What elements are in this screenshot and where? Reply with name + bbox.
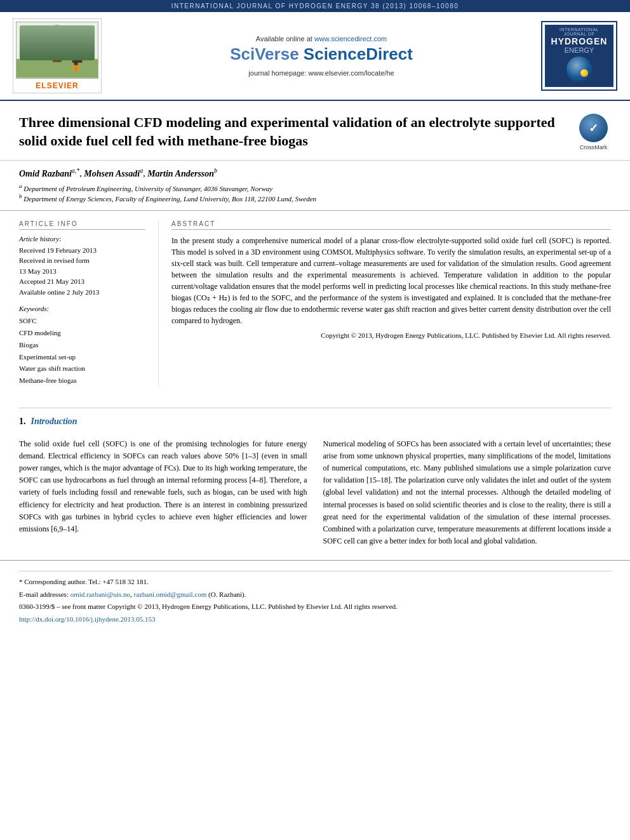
hydrogen-energy-logo: International Journal of HYDROGEN ENERGY — [541, 21, 617, 91]
razbani-sup: a,* — [72, 167, 80, 174]
svg-point-3 — [39, 25, 74, 53]
footnote-section: * Corresponding author. Tel.: +47 518 32… — [0, 560, 630, 631]
svg-point-6 — [73, 53, 79, 59]
revised-label: Received in revised form — [19, 255, 145, 266]
journal-header: ELSEVIER Available online at www.science… — [0, 12, 630, 101]
article-info-column: Article Info Article history: Received 1… — [19, 220, 159, 387]
article-title-section: Three dimensional CFD modeling and exper… — [0, 101, 630, 161]
abstract-column: Abstract In the present study a comprehe… — [159, 220, 611, 387]
hydrogen-circle-graphic — [566, 57, 592, 82]
available-online-date: Available online 2 July 2013 — [19, 287, 145, 298]
article-title-text: Three dimensional CFD modeling and exper… — [19, 114, 566, 150]
hydrogen-intl-label: International Journal of — [547, 27, 611, 36]
hydrogen-logo-inner: International Journal of HYDROGEN ENERGY — [545, 25, 613, 87]
article-title: Three dimensional CFD modeling and exper… — [19, 114, 566, 150]
keyword-2: CFD modeling — [19, 327, 145, 339]
keyword-3: Biogas — [19, 339, 145, 351]
email-2[interactable]: razbani.omid@gmail.com — [134, 590, 207, 598]
affil-a-text: Department of Petroleum Engineering, Uni… — [23, 184, 272, 192]
crossmark-section: ✓ CrossMark — [576, 114, 611, 150]
elsevier-brand-name: ELSEVIER — [16, 81, 98, 90]
elsevier-artwork — [17, 22, 98, 78]
doi-link[interactable]: http://dx.doi.org/10.1016/j.ijhydene.201… — [19, 615, 156, 623]
elsevier-image — [16, 22, 98, 79]
andersson-sup: b — [214, 167, 217, 174]
hydrogen-logo-box: International Journal of HYDROGEN ENERGY — [541, 21, 617, 91]
elsevier-logo-section: ELSEVIER — [13, 18, 102, 93]
keyword-4: Experimental set-up — [19, 351, 145, 363]
keyword-6: Methane-free biogas — [19, 375, 145, 387]
author-razbani: Omid Razbani — [19, 169, 72, 178]
email-1[interactable]: omid.razbani@uis.no — [70, 590, 130, 598]
email-label: E-mail addresses: — [19, 590, 69, 598]
main-content: 1. Introduction The solid oxide fuel cel… — [0, 396, 630, 561]
accepted-date: Accepted 21 May 2013 — [19, 276, 145, 287]
content-columns: The solid oxide fuel cell (SOFC) is one … — [19, 438, 611, 548]
issn-line: 0360-3199/$ – see front matter Copyright… — [19, 601, 611, 612]
sciverse-logo-text: SciVerse ScienceDirect — [114, 44, 528, 64]
journal-header-bar: International Journal of Hydrogen Energy… — [0, 0, 630, 12]
affiliations: a Department of Petroleum Engineering, U… — [19, 183, 611, 203]
article-history-label: Article history: — [19, 235, 145, 243]
affil-b-text: Department of Energy Sciences, Faculty o… — [23, 195, 316, 203]
keyword-1: SOFC — [19, 315, 145, 327]
article-content-grid: Article Info Article history: Received 1… — [0, 210, 630, 396]
footnote-divider — [19, 571, 611, 571]
issn-text: 0360-3199/$ – see front matter Copyright… — [19, 603, 398, 610]
author-andersson: Martin Andersson — [147, 169, 214, 178]
crossmark-checkmark: ✓ — [589, 121, 598, 135]
copyright-text: Copyright © 2013, Hydrogen Energy Public… — [171, 331, 611, 339]
corresponding-author: * Corresponding author. Tel.: +47 518 32… — [19, 577, 611, 587]
svg-rect-2 — [53, 43, 62, 62]
abstract-header: Abstract — [171, 220, 611, 230]
affil-a-sup: a — [19, 183, 22, 189]
svg-rect-8 — [72, 60, 83, 63]
sciencedirect-link[interactable]: www.sciencedirect.com — [314, 35, 387, 43]
hydrogen-name-label: HYDROGEN — [547, 36, 611, 46]
intro-left-column: The solid oxide fuel cell (SOFC) is one … — [19, 438, 307, 548]
affil-b-sup: b — [19, 193, 22, 199]
svg-point-4 — [37, 34, 59, 53]
content-divider — [19, 408, 611, 408]
keywords-label: Keywords: — [19, 305, 145, 312]
journal-citation: International Journal of Hydrogen Energy… — [171, 3, 459, 10]
authors-section: Omid Razbania,*, Mohsen Assadia, Martin … — [0, 161, 630, 210]
section-number: 1. — [19, 417, 26, 427]
intro-right-column: Numerical modeling of SOFCs has been ass… — [323, 438, 612, 548]
assadi-sup: a — [140, 167, 143, 174]
email-line: E-mail addresses: omid.razbani@uis.no, r… — [19, 589, 611, 600]
email-name: (O. Razbani). — [208, 590, 246, 598]
elsevier-box: ELSEVIER — [13, 18, 102, 93]
doi-line: http://dx.doi.org/10.1016/j.ijhydene.201… — [19, 614, 611, 625]
author-assadi: Mohsen Assadi — [84, 169, 140, 178]
crossmark-icon[interactable]: ✓ — [579, 114, 608, 142]
crossmark-label: CrossMark — [576, 144, 611, 150]
corresponding-text: * Corresponding author. Tel.: +47 518 32… — [19, 578, 149, 585]
svg-point-5 — [55, 34, 77, 53]
affiliation-a: a Department of Petroleum Engineering, U… — [19, 183, 611, 192]
center-header: Available online at www.sciencedirect.co… — [102, 35, 541, 77]
keyword-5: Water gas shift reaction — [19, 363, 145, 375]
authors-line: Omid Razbania,*, Mohsen Assadia, Martin … — [19, 167, 611, 179]
keywords-list: SOFC CFD modeling Biogas Experimental se… — [19, 315, 145, 386]
available-online-text: Available online at www.sciencedirect.co… — [114, 35, 528, 43]
abstract-text: In the present study a comprehensive num… — [171, 235, 611, 326]
journal-homepage-text: journal homepage: www.elsevier.com/locat… — [114, 69, 528, 77]
article-info-header: Article Info — [19, 220, 145, 230]
affiliation-b: b Department of Energy Sciences, Faculty… — [19, 193, 611, 203]
received-date: Received 19 February 2013 — [19, 245, 145, 256]
revised-date: 13 May 2013 — [19, 266, 145, 277]
hydrogen-energy-label: ENERGY — [547, 46, 611, 54]
section-title: Introduction — [31, 417, 77, 427]
